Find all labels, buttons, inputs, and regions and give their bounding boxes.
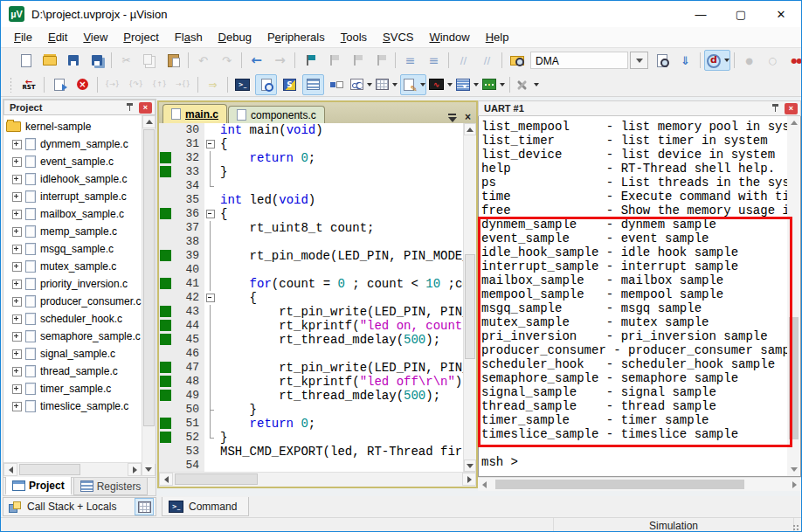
scroll-left-icon[interactable] <box>478 478 491 491</box>
find-in-files-button[interactable] <box>506 50 528 71</box>
watch-windows-button[interactable] <box>349 74 373 95</box>
tab-project[interactable]: Project <box>5 477 72 495</box>
menu-project[interactable]: Project <box>115 27 166 47</box>
serial-uart-window-button[interactable] <box>400 74 426 95</box>
expand-icon[interactable] <box>12 280 22 289</box>
expand-icon[interactable] <box>12 384 22 394</box>
indent-button[interactable] <box>399 50 421 71</box>
expand-icon[interactable] <box>12 210 22 219</box>
uart-horizontal-scrollbar[interactable] <box>478 477 801 491</box>
expand-icon[interactable] <box>12 367 22 377</box>
code-line-37[interactable]: 37 rt_uint8_t count; <box>159 221 463 235</box>
tree-item[interactable]: priority_inversion.c <box>3 275 156 293</box>
code-line-45[interactable]: 45 rt_thread_mdelay(500); <box>159 333 463 347</box>
scroll-down-icon[interactable] <box>787 463 800 476</box>
menu-debug[interactable]: Debug <box>211 27 259 47</box>
expand-icon[interactable] <box>12 314 22 324</box>
stop-button[interactable] <box>72 74 93 95</box>
disassembly-window-button[interactable] <box>255 74 277 95</box>
code-line-39[interactable]: 39 rt_pin_mode(LED_PIN, PIN_MODE_OUTPUT)… <box>159 249 463 263</box>
outdent-button[interactable] <box>423 50 445 71</box>
command-window-button[interactable] <box>232 74 253 95</box>
code-line-49[interactable]: 49 rt_thread_mdelay(500); <box>159 389 463 403</box>
pin-icon[interactable] <box>770 103 782 114</box>
tree-item[interactable]: thread_sample.c <box>3 363 156 380</box>
scroll-track[interactable] <box>173 473 462 487</box>
expand-icon[interactable] <box>12 349 22 359</box>
menu-window[interactable]: Window <box>421 27 477 47</box>
maximize-button[interactable]: ▢ <box>721 1 761 27</box>
tree-item[interactable]: mutex_sample.c <box>3 258 156 275</box>
close-document-icon[interactable]: × <box>465 111 471 123</box>
search-dropdown-arrow-icon[interactable] <box>630 52 648 69</box>
code-line-34[interactable]: 34 <box>159 179 463 193</box>
menu-file[interactable]: File <box>6 27 40 47</box>
scroll-right-icon[interactable] <box>788 478 801 491</box>
close-panel-icon[interactable] <box>785 103 798 114</box>
scroll-up-icon[interactable] <box>142 115 156 128</box>
expand-icon[interactable] <box>12 262 22 272</box>
serial-windows-button[interactable] <box>279 74 301 95</box>
code-area[interactable]: 30int main(void)31{32 return 0;33}3435in… <box>159 123 463 472</box>
tree-item[interactable]: memp_sample.c <box>3 223 156 240</box>
toolbox-button[interactable] <box>481 74 506 95</box>
save-button[interactable] <box>62 50 84 71</box>
dropdown-caret-icon[interactable] <box>367 83 372 86</box>
code-line-53[interactable]: 53MSH_CMD_EXPORT(led, RT-Thread first le… <box>159 445 463 459</box>
save-all-button[interactable] <box>86 50 107 71</box>
fold-collapse-icon[interactable] <box>204 291 216 305</box>
bookmark-toggle-button[interactable] <box>299 50 321 71</box>
scroll-up-icon[interactable] <box>464 123 476 135</box>
tree-item[interactable]: msgq_sample.c <box>3 240 156 258</box>
system-viewer-button[interactable] <box>455 74 480 95</box>
code-line-43[interactable]: 43 rt_pin_write(LED_PIN, PIN_HIGH); <box>159 305 463 319</box>
run-button[interactable] <box>48 74 70 95</box>
dropdown-caret-icon[interactable] <box>392 83 398 86</box>
close-panel-icon[interactable] <box>139 102 152 114</box>
code-line-51[interactable]: 51 return 0; <box>159 417 463 431</box>
dropdown-caret-icon[interactable] <box>534 83 539 86</box>
scroll-left-icon[interactable] <box>3 463 17 476</box>
dropdown-caret-icon[interactable] <box>474 83 479 86</box>
scroll-down-icon[interactable] <box>142 463 156 476</box>
expand-icon[interactable] <box>12 157 22 167</box>
fold-collapse-icon[interactable] <box>204 207 216 221</box>
code-line-47[interactable]: 47 rt_pin_write(LED_PIN, PIN_LOW); <box>159 361 463 375</box>
find-in-files-doc-button[interactable] <box>651 50 673 71</box>
dropdown-caret-icon[interactable] <box>447 83 453 86</box>
scroll-thumb[interactable] <box>143 129 155 426</box>
scroll-up-icon[interactable] <box>787 116 800 129</box>
expand-icon[interactable] <box>12 402 22 411</box>
code-line-50[interactable]: 50 } <box>159 403 463 417</box>
tree-item[interactable]: dynmem_sample.c <box>3 135 156 153</box>
fold-collapse-icon[interactable] <box>204 137 216 151</box>
incremental-find-button[interactable] <box>674 50 696 71</box>
menu-view[interactable]: View <box>75 27 115 47</box>
tree-root[interactable]: kernel-sample <box>3 118 156 135</box>
search-box[interactable]: DMA <box>530 52 648 69</box>
scroll-right-icon[interactable] <box>128 463 142 476</box>
code-line-30[interactable]: 30int main(void) <box>159 123 463 137</box>
project-horizontal-scrollbar[interactable] <box>3 462 156 477</box>
tree-item[interactable]: event_sample.c <box>3 153 156 170</box>
editor-horizontal-scrollbar[interactable] <box>159 472 476 487</box>
tree-item[interactable]: idlehook_sample.c <box>3 170 156 188</box>
menu-edit[interactable]: Edit <box>40 27 75 47</box>
scroll-thumb[interactable] <box>789 317 799 439</box>
code-line-33[interactable]: 33} <box>159 165 463 179</box>
dropdown-caret-icon[interactable] <box>420 83 425 86</box>
expand-icon[interactable] <box>12 297 22 307</box>
expand-icon[interactable] <box>12 175 22 184</box>
menu-peripherals[interactable]: Peripherals <box>259 27 333 47</box>
expand-icon[interactable] <box>12 245 22 254</box>
tab-components-c[interactable]: components.c <box>228 106 325 123</box>
scroll-thumb[interactable] <box>175 473 258 485</box>
minimize-button[interactable]: — <box>681 1 721 27</box>
menu-flash[interactable]: Flash <box>167 27 211 47</box>
uart-output[interactable]: list_mempool - list memory pool in syste… <box>479 116 787 476</box>
search-input[interactable]: DMA <box>530 52 628 69</box>
command-pane-tab[interactable]: Command <box>162 497 249 516</box>
expand-icon[interactable] <box>12 332 22 342</box>
analysis-windows-button[interactable] <box>428 74 453 95</box>
scroll-left-icon[interactable] <box>159 473 173 486</box>
